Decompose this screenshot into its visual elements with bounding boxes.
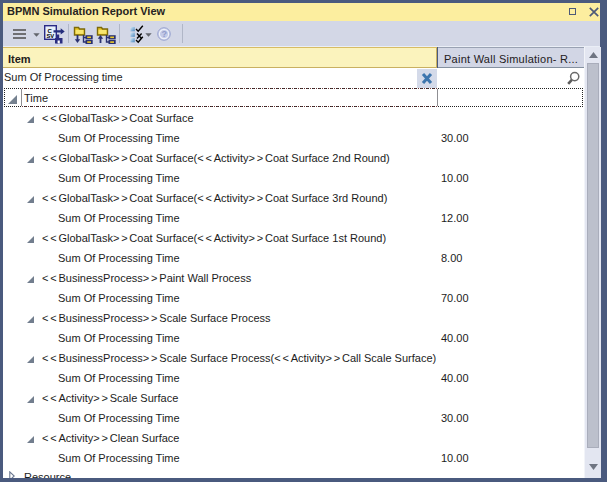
svg-text:?: ? [161, 29, 167, 39]
svg-text:SV: SV [46, 33, 54, 39]
